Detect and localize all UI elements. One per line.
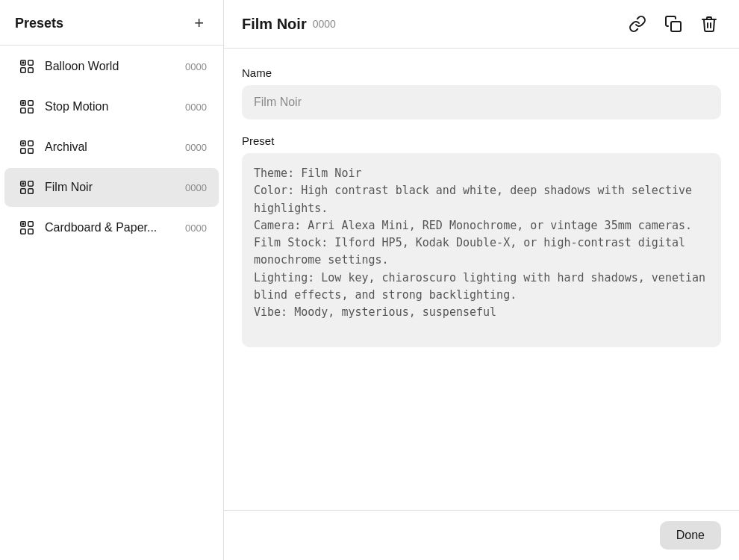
- film-noir-icon: [16, 177, 37, 198]
- sidebar-item-badge: 0000: [185, 102, 207, 113]
- svg-rect-22: [21, 229, 25, 234]
- done-button[interactable]: Done: [660, 521, 721, 550]
- copy-icon: [664, 15, 682, 33]
- form-area: Name Preset Theme: Film Noir Color: High…: [224, 49, 739, 510]
- preset-textarea[interactable]: Theme: Film Noir Color: High contrast bl…: [242, 153, 721, 347]
- delete-button[interactable]: [697, 12, 721, 36]
- balloon-world-icon: [16, 56, 37, 77]
- header-actions: [626, 12, 721, 36]
- svg-point-24: [22, 223, 24, 225]
- link-button[interactable]: [626, 12, 649, 36]
- name-input[interactable]: [242, 85, 721, 119]
- svg-rect-25: [671, 22, 681, 31]
- sidebar-item-archival[interactable]: Archival 0000: [4, 128, 219, 167]
- svg-point-14: [22, 142, 24, 144]
- svg-rect-18: [28, 189, 33, 193]
- sidebar-title: Presets: [15, 16, 63, 31]
- cardboard-paper-icon: [16, 217, 37, 238]
- sidebar-item-stop-motion[interactable]: Stop Motion 0000: [4, 87, 219, 126]
- sidebar-item-cardboard-paper[interactable]: Cardboard & Paper... 0000: [4, 208, 219, 247]
- copy-button[interactable]: [661, 12, 685, 36]
- link-icon: [629, 15, 646, 33]
- sidebar-item-label: Cardboard & Paper...: [45, 221, 185, 234]
- svg-rect-8: [28, 108, 33, 113]
- trash-icon: [700, 15, 718, 33]
- sidebar-item-badge: 0000: [185, 61, 207, 72]
- sidebar-item-film-noir[interactable]: Film Noir 0000: [4, 168, 219, 207]
- name-label: Name: [242, 66, 721, 79]
- main-header: Film Noir 0000: [224, 0, 739, 49]
- sidebar: Presets + Balloon World 0000: [0, 0, 224, 560]
- sidebar-item-label: Stop Motion: [45, 100, 185, 113]
- sidebar-item-badge: 0000: [185, 223, 207, 234]
- svg-rect-6: [28, 101, 33, 105]
- svg-rect-3: [28, 68, 33, 72]
- sidebar-item-badge: 0000: [185, 182, 207, 193]
- bottom-bar: Done: [224, 510, 739, 560]
- svg-point-19: [22, 182, 24, 184]
- preset-label: Preset: [242, 134, 721, 147]
- main-title: Film Noir: [242, 16, 307, 33]
- add-preset-button[interactable]: +: [190, 13, 208, 33]
- svg-rect-16: [28, 181, 33, 186]
- sidebar-item-label: Film Noir: [45, 181, 185, 194]
- stop-motion-icon: [16, 96, 37, 117]
- svg-rect-23: [28, 229, 33, 234]
- svg-rect-13: [28, 149, 33, 153]
- main-content: Film Noir 0000: [224, 0, 739, 560]
- svg-point-4: [22, 61, 24, 63]
- sidebar-item-label: Balloon World: [45, 60, 185, 73]
- svg-rect-17: [21, 189, 25, 193]
- sidebar-item-label: Archival: [45, 140, 185, 154]
- archival-icon: [16, 137, 37, 158]
- main-title-badge: 0000: [313, 18, 336, 30]
- sidebar-list: Balloon World 0000 Stop Motion 0000: [0, 46, 223, 560]
- sidebar-item-balloon-world[interactable]: Balloon World 0000: [4, 47, 219, 86]
- svg-rect-12: [21, 149, 25, 153]
- svg-rect-2: [21, 68, 25, 72]
- svg-rect-21: [28, 222, 33, 226]
- svg-point-9: [22, 102, 24, 104]
- svg-rect-1: [28, 60, 33, 65]
- svg-rect-11: [28, 141, 33, 146]
- sidebar-header: Presets +: [0, 0, 223, 46]
- svg-rect-7: [21, 108, 25, 113]
- sidebar-item-badge: 0000: [185, 142, 207, 153]
